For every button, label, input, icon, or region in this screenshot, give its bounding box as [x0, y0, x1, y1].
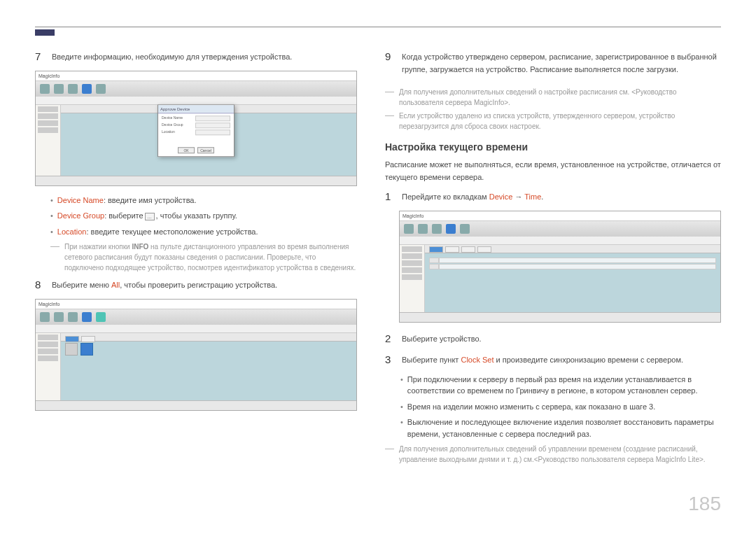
sc-titlebar: MagicInfo [36, 71, 356, 81]
toolbar-icon [40, 312, 50, 322]
toolbar-icon [432, 224, 442, 234]
step-body: Перейдите ко вкладкам Device → Time. [402, 189, 721, 205]
intro-text: Расписание может не выполняться, если вр… [385, 159, 721, 183]
toolbar-icon [460, 224, 470, 234]
toolbar-icon [418, 224, 428, 234]
step-number: 1 [385, 189, 395, 205]
bullet-item: • Время на изделии можно изменить с серв… [400, 401, 721, 413]
heading-current-time: Настройка текущего времени [385, 140, 721, 155]
left-column: 7 Введите информацию, необходимую для ут… [35, 27, 357, 468]
bullet-list-time: • При подключении к серверу в первый раз… [400, 374, 721, 440]
step-number: 3 [385, 352, 395, 368]
sc-main [425, 245, 720, 312]
sc-tabs [36, 325, 356, 333]
sc-toolbar [36, 309, 356, 325]
note-time-guide: ― Для получения дополнительных сведений … [385, 444, 721, 465]
device-tiles [65, 343, 93, 356]
note-device-removed: ― Если устройство удалено из списка устр… [385, 111, 721, 132]
note-info: ― При нажатии кнопки INFO на пульте дист… [50, 241, 357, 273]
step-9: 9 Когда устройство утверждено сервером, … [385, 49, 721, 81]
screenshot-approve-dialog: MagicInfo Approve Device Device Name Dev… [35, 71, 357, 186]
screenshot-device-list: MagicInfo [35, 299, 357, 411]
page-number: 185 [688, 489, 721, 519]
step-number: 8 [35, 277, 45, 293]
bullet-item: • Выключение и последующее включение изд… [400, 416, 721, 440]
bullet-device-group: • Device Group: выберите…, чтобы указать… [50, 210, 357, 222]
sc-titlebar: MagicInfo [400, 211, 720, 221]
dialog-title: Approve Device [158, 105, 234, 113]
bullet-item: • При подключении к серверу в первый раз… [400, 374, 721, 397]
bullet-device-name: • Device Name: введите имя устройства. [50, 195, 357, 206]
toolbar-icon [68, 312, 78, 322]
step-3: 3 Выберите пункт Clock Set и произведите… [385, 352, 721, 368]
step-body: Выберите пункт Clock Set и произведите с… [402, 352, 721, 368]
sc-sidebar [36, 105, 61, 176]
note-schedule-guide: ― Для получения дополнительных сведений … [385, 87, 721, 108]
step-number: 2 [385, 331, 395, 347]
toolbar-icon [40, 84, 50, 94]
sc-tabs [36, 97, 356, 105]
sc-sidebar [36, 333, 61, 400]
step-body: Введите информацию, необходимую для утве… [52, 49, 357, 65]
header-separator [35, 27, 721, 27]
step-body: Когда устройство утверждено сервером, ра… [402, 49, 721, 76]
sc-main [61, 333, 356, 400]
step-1: 1 Перейдите ко вкладкам Device → Time. [385, 189, 721, 205]
header-accent-block [35, 29, 55, 36]
toolbar-icon [54, 312, 64, 322]
step-8: 8 Выберите меню All, чтобы проверить рег… [35, 277, 357, 293]
step-body: Выберите меню All, чтобы проверить регис… [52, 277, 357, 293]
toolbar-icon [82, 312, 92, 322]
right-column: 9 Когда устройство утверждено сервером, … [385, 27, 721, 468]
toolbar-icon [82, 84, 92, 94]
device-time-rows [429, 258, 716, 270]
step-number: 9 [385, 49, 395, 81]
approve-dialog: Approve Device Device Name Device Group … [158, 104, 234, 157]
step-7: 7 Введите информацию, необходимую для ут… [35, 49, 357, 65]
dialog-cancel-button: Cancel [197, 147, 214, 153]
toolbar-icon [96, 84, 106, 94]
screenshot-time-tab: MagicInfo [399, 211, 721, 323]
toolbar-icon [404, 224, 414, 234]
bullet-location: • Location: введите текущее местоположен… [50, 226, 357, 238]
sc-sidebar [400, 245, 425, 312]
toolbar-icon [54, 84, 64, 94]
sc-tabs [400, 237, 720, 245]
dialog-ok-button: OK [178, 147, 195, 153]
toolbar-icon [68, 84, 78, 94]
ellipsis-icon: … [145, 213, 155, 220]
sc-toolbar [400, 221, 720, 237]
sc-titlebar: MagicInfo [36, 300, 356, 309]
toolbar-icon [446, 224, 456, 234]
sc-toolbar [36, 81, 356, 97]
step-2: 2 Выберите устройство. [385, 331, 721, 347]
step-body: Выберите устройство. [402, 331, 721, 347]
bullet-list-fields: • Device Name: введите имя устройства. •… [50, 195, 357, 238]
step-number: 7 [35, 49, 45, 65]
toolbar-icon [96, 312, 106, 322]
